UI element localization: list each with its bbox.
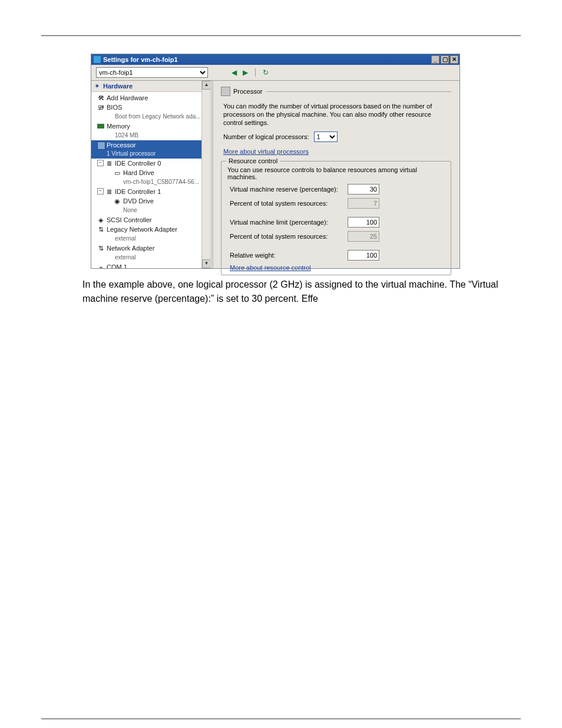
pct-total-reserve-value	[348, 198, 379, 209]
sidebar: ✶ Hardware 🛠 Add Hardware 🖳 BIOS Boot fr…	[91, 81, 211, 268]
pct-total-limit-label: Percent of total system resources:	[230, 233, 348, 240]
pct-total-limit-value	[348, 231, 379, 242]
sidebar-item-label: IDE Controller 1	[115, 188, 161, 195]
tree-collapse-icon[interactable]: −	[97, 160, 104, 166]
titlebar[interactable]: Settings for vm-ch-foip1 _ ▢ ✕	[91, 54, 459, 65]
sidebar-scrollbar[interactable]: ▲ ▼	[201, 81, 211, 268]
window-title: Settings for vm-ch-foip1	[103, 56, 431, 63]
sidebar-item-scsi[interactable]: ◈ SCSI Controller	[91, 215, 211, 225]
sidebar-item-ide0[interactable]: − ≣ IDE Controller 0	[91, 159, 211, 168]
tree-collapse-icon[interactable]: −	[97, 188, 104, 195]
top-toolbar: vm-ch-foip1 ◀ ▶ ↻	[91, 65, 459, 81]
scroll-down-icon[interactable]: ▼	[202, 259, 211, 268]
close-button[interactable]: ✕	[450, 55, 458, 64]
window-icon	[94, 56, 101, 63]
page-top-rule	[41, 35, 521, 36]
weight-input[interactable]	[348, 250, 379, 261]
processor-icon	[97, 141, 105, 150]
sidebar-item-add-hardware[interactable]: 🛠 Add Hardware	[91, 93, 211, 103]
main-content: Processor You can modify the number of v…	[211, 81, 459, 268]
reserve-input[interactable]	[348, 184, 379, 195]
scroll-track[interactable]	[202, 90, 211, 259]
processor-legend: Processor	[221, 87, 266, 96]
scsi-icon: ◈	[97, 216, 104, 223]
refresh-icon[interactable]: ↻	[263, 69, 269, 76]
sidebar-item-label: SCSI Controller	[107, 216, 151, 223]
sidebar-item-memory-sub: 1024 MB	[91, 131, 211, 140]
minimize-button[interactable]: _	[431, 55, 439, 64]
network-icon: ⇅	[97, 226, 104, 233]
sidebar-item-bios[interactable]: 🖳 BIOS	[91, 103, 211, 112]
sidebar-item-legacy-net-sub: external	[91, 234, 211, 243]
link-resource-control[interactable]: More about resource control	[230, 264, 311, 271]
caption-text: In the example above, one logical proces…	[82, 278, 503, 306]
sidebar-item-label: COM 1	[107, 263, 127, 268]
controller-icon: ≣	[105, 188, 113, 195]
add-hardware-icon: 🛠	[97, 94, 104, 101]
reserve-label: Virtual machine reserve (percentage):	[230, 186, 348, 193]
network-icon: ⇅	[97, 245, 104, 252]
link-virtual-processors[interactable]: More about virtual processors	[223, 148, 309, 155]
num-proc-label: Number of logical processors:	[223, 133, 309, 140]
controller-icon: ≣	[105, 160, 113, 167]
sidebar-item-label: Memory	[107, 123, 130, 130]
sidebar-item-legacy-net[interactable]: ⇅ Legacy Network Adapter	[91, 225, 211, 234]
com-port-icon: ⌁	[97, 263, 104, 268]
sidebar-item-ide1[interactable]: − ≣ IDE Controller 1	[91, 187, 211, 196]
hard-drive-icon: ▭	[114, 169, 121, 176]
limit-input[interactable]	[348, 217, 379, 228]
scroll-up-icon[interactable]: ▲	[202, 81, 211, 90]
sidebar-item-bios-sub: Boot from Legacy Network ada...	[91, 112, 211, 121]
limit-label: Virtual machine limit (percentage):	[230, 219, 348, 226]
vm-select[interactable]: vm-ch-foip1	[96, 67, 208, 78]
sidebar-item-label: Add Hardware	[107, 94, 148, 101]
page-bottom-rule	[41, 719, 521, 719]
sidebar-item-processor[interactable]: Processor 1 Virtual processor	[91, 140, 211, 159]
sidebar-item-memory[interactable]: Memory	[91, 121, 211, 131]
bios-icon: 🖳	[97, 104, 104, 111]
back-icon[interactable]: ◀	[232, 69, 237, 76]
toolbar-divider	[255, 68, 256, 77]
sidebar-item-hard-drive-sub: vm-ch-foip1_C5B077A4-56...	[91, 177, 211, 187]
sidebar-item-net[interactable]: ⇅ Network Adapter	[91, 243, 211, 253]
processor-icon	[221, 87, 230, 96]
num-proc-select[interactable]: 1	[314, 131, 338, 142]
sidebar-item-hard-drive[interactable]: ▭ Hard Drive	[91, 168, 211, 177]
hardware-tree: 🛠 Add Hardware 🖳 BIOS Boot from Legacy N…	[91, 92, 211, 268]
resource-description: You can use resource controls to balance…	[227, 166, 445, 180]
sidebar-item-label: Network Adapter	[107, 245, 154, 252]
forward-icon[interactable]: ▶	[243, 69, 248, 76]
processor-description: You can modify the number of virtual pro…	[223, 102, 451, 127]
resource-control-group: Resource control You can use resource co…	[221, 161, 451, 275]
maximize-button[interactable]: ▢	[441, 55, 449, 64]
hardware-section-header[interactable]: ✶ Hardware	[91, 81, 211, 92]
sidebar-item-label: Processor	[107, 141, 136, 149]
settings-window: Settings for vm-ch-foip1 _ ▢ ✕ vm-ch-foi…	[91, 54, 460, 269]
sidebar-item-processor-sub: 1 Virtual processor	[107, 149, 209, 158]
sidebar-item-com1[interactable]: ⌁ COM 1	[91, 262, 211, 268]
sidebar-item-label: IDE Controller 0	[115, 160, 161, 167]
sidebar-item-label: Legacy Network Adapter	[107, 226, 177, 233]
weight-label: Relative weight:	[230, 252, 348, 259]
sidebar-item-label: Hard Drive	[123, 169, 154, 176]
collapse-icon: ✶	[95, 83, 100, 89]
sidebar-item-dvd[interactable]: ◉ DVD Drive	[91, 196, 211, 206]
sidebar-item-label: DVD Drive	[123, 197, 154, 205]
sidebar-item-dvd-sub: None	[91, 206, 211, 215]
sidebar-item-net-sub: external	[91, 253, 211, 262]
processor-group: Processor You can modify the number of v…	[221, 87, 451, 275]
hardware-section-label: Hardware	[103, 83, 133, 90]
memory-icon	[97, 124, 104, 129]
splitter-handle[interactable]	[210, 81, 213, 268]
pct-total-reserve-label: Percent of total system resources:	[230, 200, 348, 207]
processor-legend-label: Processor	[233, 88, 263, 95]
dvd-icon: ◉	[114, 197, 121, 205]
resource-legend: Resource control	[226, 157, 280, 164]
sidebar-item-label: BIOS	[107, 104, 122, 111]
